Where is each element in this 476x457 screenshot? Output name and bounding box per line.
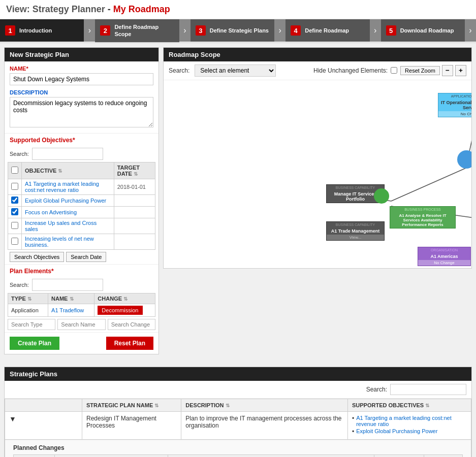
elem-type-cell: Application xyxy=(8,304,48,316)
expand-cell[interactable]: ▼ xyxy=(5,411,82,439)
step-3-label: Define Strategic Plans xyxy=(210,27,269,34)
obj-label-link[interactable]: Increase Up sales and Cross sales xyxy=(25,220,97,232)
objectives-table: OBJECTIVE ⇅ TARGET DATE ⇅ A1 Targeting a… xyxy=(8,162,155,250)
step-2-num: 2 xyxy=(100,25,110,36)
diagram-connections xyxy=(164,80,471,268)
step-3-num: 3 xyxy=(196,25,206,36)
strategic-search-row: Search: xyxy=(5,381,471,399)
element-select[interactable]: Select an element xyxy=(195,64,276,77)
description-label: DESCRIPTION xyxy=(10,89,153,95)
planned-changes-cell: Planned Changes TYPE NAME DESCRIPTION PL… xyxy=(5,439,471,457)
objective-item-2: Exploit Global Purchasing Power xyxy=(352,428,467,435)
objectives-sort[interactable]: ⇅ xyxy=(425,403,429,408)
node-title: A1 Trade Management xyxy=(327,227,384,235)
objective-row: Increase Up sales and Cross sales xyxy=(8,218,155,234)
decommission-button[interactable]: Decommission xyxy=(98,306,142,315)
step-1-arrow: › xyxy=(84,19,95,42)
obj-label-link[interactable]: Focus on Advertising xyxy=(25,209,77,215)
svg-line-2 xyxy=(391,168,466,201)
objective-sort-icon[interactable]: ⇅ xyxy=(58,168,62,174)
hide-unchanged-label: Hide Unchanged Elements: xyxy=(313,67,388,74)
elem-name-link[interactable]: A1 Tradeflow xyxy=(51,307,84,313)
obj-checkbox-0[interactable] xyxy=(11,183,18,190)
description-col: DESCRIPTION ⇅ xyxy=(181,399,348,411)
step-1[interactable]: 1 Introduction › xyxy=(0,19,95,42)
zoom-minus-button[interactable]: − xyxy=(442,65,453,76)
strategic-plans-table: STRATEGIC PLAN NAME ⇅ DESCRIPTION ⇅ SUPP… xyxy=(5,399,471,457)
change-sort-icon[interactable]: ⇅ xyxy=(123,296,128,302)
obj-checkbox-cell[interactable] xyxy=(8,234,22,249)
strategic-plans-section: Strategic Plans Search: STRATEGIC PLAN N… xyxy=(0,363,476,457)
elements-search-input[interactable] xyxy=(32,279,103,291)
roadmap-controls: Search: Select an element Hide Unchanged… xyxy=(164,61,471,80)
step-4[interactable]: 4 Define Roadmap › xyxy=(285,19,380,42)
elements-table: TYPE ⇅ NAME ⇅ CHANGE ⇅ Application A1 Tr… xyxy=(8,293,155,317)
hide-unchanged-checkbox[interactable] xyxy=(391,67,397,74)
node-title: IT Operational Management Service xyxy=(438,99,471,111)
obj-label-link[interactable]: Increasing levels of net new business. xyxy=(25,236,94,248)
plan-name-col: STRATEGIC PLAN NAME ⇅ xyxy=(82,399,181,411)
node-header: BUSINESS CAPABILITY xyxy=(327,222,384,227)
obj-checkbox-4[interactable] xyxy=(11,238,18,245)
date-sort-icon[interactable]: ⇅ xyxy=(134,171,138,177)
search-label: Search: xyxy=(169,67,189,74)
strategic-plans-card: Strategic Plans Search: STRATEGIC PLAN N… xyxy=(4,367,472,457)
node-title: A1 Americas xyxy=(418,253,470,260)
reset-plan-button[interactable]: Reset Plan xyxy=(106,337,153,350)
objectives-search-row: Search: xyxy=(5,146,158,162)
obj-checkbox-3[interactable] xyxy=(11,222,18,229)
obj-label-link[interactable]: A1 Targeting a market leading cost:net r… xyxy=(25,181,99,193)
change-col: PLANNED CHANGE xyxy=(374,454,424,457)
objectives-col: SUPPORTED OBJECTIVES ⇅ xyxy=(347,399,471,411)
node-app-service-1[interactable]: APPLICATION SERVICE IT Operational Manag… xyxy=(438,93,471,117)
obj-checkbox-cell[interactable] xyxy=(8,179,22,194)
name-sort-icon[interactable]: ⇅ xyxy=(70,296,74,302)
roadmap-diagram: APPLICATION SERVICE IT Operational Manag… xyxy=(164,80,471,268)
plan-objectives-cell: A1 Targeting a market leading cost:net r… xyxy=(347,411,471,439)
search-name-input[interactable] xyxy=(57,319,105,330)
node-bus-cap-2[interactable]: BUSINESS CAPABILITY A1 Trade Management … xyxy=(326,221,385,241)
search-change-input[interactable] xyxy=(108,319,155,330)
planned-changes-row: Planned Changes TYPE NAME DESCRIPTION PL… xyxy=(5,439,471,457)
step-2-arrow: › xyxy=(179,19,191,42)
step-5[interactable]: 5 Download Roadmap › xyxy=(381,19,476,42)
description-input[interactable]: Decommission legacy systems to reduce on… xyxy=(10,97,153,127)
obj-checkbox-1[interactable] xyxy=(11,197,18,204)
node-header: ORGANISATION xyxy=(418,247,470,253)
strategic-search-input[interactable] xyxy=(390,384,466,395)
obj-label-link[interactable]: Exploit Global Purchasing Power xyxy=(25,198,106,204)
objective-link-1[interactable]: A1 Targeting a market leading cost:net r… xyxy=(356,415,467,427)
obj-checkbox-2[interactable] xyxy=(11,208,18,215)
step-2[interactable]: 2 Define Roadmap Scope › xyxy=(95,19,190,42)
reset-zoom-button[interactable]: Reset Zoom xyxy=(400,66,440,75)
obj-date-cell xyxy=(114,234,155,249)
obj-checkbox-cell[interactable] xyxy=(8,194,22,206)
zoom-plus-button[interactable]: + xyxy=(455,65,466,76)
create-plan-button[interactable]: Create Plan xyxy=(10,337,59,350)
new-plan-header: New Strategic Plan xyxy=(5,48,158,61)
obj-checkbox-cell[interactable] xyxy=(8,218,22,234)
node-bus-process-1[interactable]: BUSINESS PROCESS A1 Analyse & Resolve IT… xyxy=(390,206,456,228)
objectives-table-container: OBJECTIVE ⇅ TARGET DATE ⇅ A1 Targeting a… xyxy=(5,162,158,250)
objective-link-2[interactable]: Exploit Global Purchasing Power xyxy=(356,428,437,434)
search-date-button[interactable]: Search Date xyxy=(66,252,106,262)
step-3[interactable]: 3 Define Strategic Plans › xyxy=(191,19,285,42)
objective-col-header: OBJECTIVE ⇅ xyxy=(22,162,114,179)
plan-name-sort[interactable]: ⇅ xyxy=(154,403,158,408)
search-objectives-button[interactable]: Search Objectives xyxy=(10,252,64,262)
obj-checkbox-cell[interactable] xyxy=(8,206,22,218)
select-all-checkbox[interactable] xyxy=(11,167,18,174)
type-sort-icon[interactable]: ⇅ xyxy=(27,296,31,302)
objectives-search-input[interactable] xyxy=(32,148,103,160)
node-org-1[interactable]: ORGANISATION A1 Americas No Change xyxy=(418,247,471,266)
objectives-search-buttons: Search Objectives Search Date xyxy=(5,250,158,264)
stepper: 1 Introduction › 2 Define Roadmap Scope … xyxy=(0,19,476,43)
node-status: No Change xyxy=(418,260,470,266)
name-input[interactable] xyxy=(10,73,153,85)
search-type-input[interactable] xyxy=(8,319,55,330)
plan-elements-title: Plan Elements* xyxy=(5,264,158,277)
description-sort[interactable]: ⇅ xyxy=(226,403,230,408)
expand-icon[interactable]: ▼ xyxy=(9,415,16,423)
expand-col xyxy=(5,399,82,411)
planned-changes-section: Planned Changes TYPE NAME DESCRIPTION PL… xyxy=(5,440,471,457)
